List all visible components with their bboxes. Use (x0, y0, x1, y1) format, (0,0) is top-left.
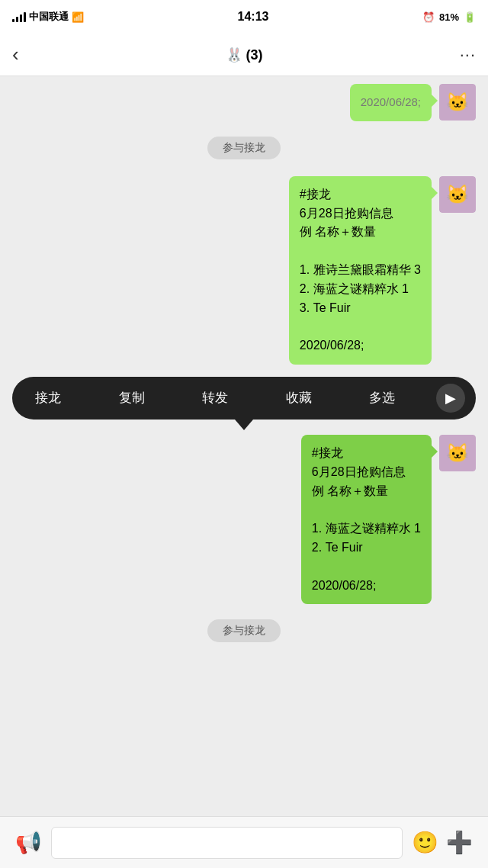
message-text: 2020/06/28; (361, 95, 421, 108)
context-menu-more-button[interactable]: ▶ (436, 384, 465, 413)
message-row: 2020/06/28; 🐱 (12, 84, 476, 121)
status-right: ⏰ 81% 🔋 (422, 11, 476, 23)
context-menu-wrapper: 接龙 复制 转发 收藏 多选 ▶ (12, 377, 476, 420)
join-section-2: 参与接龙 (12, 616, 476, 648)
battery-icon: 🔋 (464, 11, 476, 23)
avatar-3: 🐱 (439, 435, 476, 471)
join-section-1: 参与接龙 (12, 133, 476, 166)
avatar: 🐱 (439, 84, 476, 121)
context-menu-item-select[interactable]: 多选 (352, 377, 412, 420)
alarm-icon: ⏰ (422, 11, 435, 23)
context-menu: 接龙 复制 转发 收藏 多选 ▶ (12, 377, 476, 420)
context-menu-pointer (235, 420, 253, 430)
message-bubble-3[interactable]: #接龙 6月28日抢购信息 例 名称＋数量 1. 海蓝之谜精粹水 1 2. Te… (301, 435, 432, 604)
status-bar: 中国联通 📶 14:13 ⏰ 81% 🔋 (0, 0, 488, 34)
avatar-image-2: 🐱 (439, 176, 476, 213)
context-menu-item-copy[interactable]: 复制 (102, 377, 162, 420)
message-input[interactable] (51, 827, 403, 859)
message-bubble-2[interactable]: #接龙 6月28日抢购信息 例 名称＋数量 1. 雅诗兰黛眼霜精华 3 2. 海… (289, 176, 432, 365)
chat-title: 🐰 (3) (226, 47, 263, 63)
chat-area: 2020/06/28; 🐱 参与接龙 #接龙 6月28日抢购信息 例 名称＋数量… (0, 76, 488, 816)
status-time: 14:13 (238, 10, 269, 24)
signal-icon (12, 11, 26, 22)
join-button-1[interactable]: 参与接龙 (207, 137, 281, 159)
back-button[interactable]: ‹ (12, 43, 43, 66)
avatar-image: 🐱 (439, 84, 476, 121)
message-row-2: #接龙 6月28日抢购信息 例 名称＋数量 1. 雅诗兰黛眼霜精华 3 2. 海… (12, 176, 476, 365)
avatar-2: 🐱 (439, 176, 476, 213)
bottom-bar: 📢 🙂 ➕ (0, 816, 488, 868)
avatar-image-3: 🐱 (439, 435, 476, 471)
context-menu-item-join[interactable]: 接龙 (18, 377, 78, 420)
carrier-label: 中国联通 (29, 10, 69, 24)
title-bar: ‹ 🐰 (3) ··· (0, 34, 488, 76)
message-row-3: #接龙 6月28日抢购信息 例 名称＋数量 1. 海蓝之谜精粹水 1 2. Te… (12, 435, 476, 604)
status-left: 中国联通 📶 (12, 10, 84, 24)
emoji-button[interactable]: 🙂 (412, 830, 438, 855)
battery-label: 81% (439, 11, 459, 23)
more-button[interactable]: ··· (445, 45, 476, 65)
context-menu-item-forward[interactable]: 转发 (185, 377, 245, 420)
join-button-2[interactable]: 参与接龙 (207, 619, 281, 642)
voice-button[interactable]: 📢 (15, 830, 42, 855)
message-bubble[interactable]: 2020/06/28; (350, 84, 432, 121)
context-menu-area: 接龙 复制 转发 收藏 多选 ▶ (12, 377, 476, 420)
context-menu-item-favorite[interactable]: 收藏 (269, 377, 329, 420)
add-button[interactable]: ➕ (446, 830, 473, 855)
wifi-icon: 📶 (72, 11, 84, 23)
